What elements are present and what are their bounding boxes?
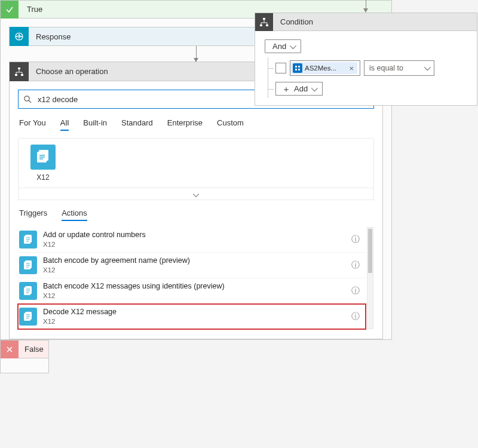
svg-rect-6	[298, 69, 300, 70]
svg-rect-3	[295, 66, 297, 67]
connectors-row: X12	[18, 138, 374, 188]
info-icon[interactable]: ⓘ	[349, 234, 362, 245]
info-icon[interactable]: ⓘ	[349, 311, 362, 322]
chevron-down-icon	[290, 42, 296, 48]
response-icon	[10, 27, 29, 46]
filter-tabs: For YouAllBuilt-inStandardEnterpriseCust…	[19, 118, 373, 131]
action-subtitle: X12	[43, 240, 343, 248]
token-remove[interactable]: ×	[348, 64, 355, 73]
filter-tab-enterprise[interactable]: Enterprise	[167, 118, 203, 131]
add-label: Add	[294, 84, 308, 93]
action-item[interactable]: Add or update control numbersX12ⓘ	[18, 227, 366, 253]
svg-rect-4	[298, 66, 300, 67]
flow-arrow-into-condition	[366, 0, 366, 12]
logic-selector[interactable]: And	[265, 39, 301, 53]
true-label: True	[19, 5, 42, 14]
chevron-down-icon	[311, 84, 318, 91]
false-branch-panel: False	[0, 340, 49, 373]
action-title: Batch encode X12 messages using identiti…	[43, 282, 343, 291]
choose-icon	[10, 62, 29, 81]
chevron-down-icon	[424, 64, 431, 70]
scrollbar-thumb[interactable]	[368, 229, 372, 273]
action-title: Batch encode by agreement name (preview)	[43, 256, 343, 266]
svg-line-13	[29, 100, 31, 103]
action-subtitle: X12	[43, 317, 343, 326]
expand-connectors[interactable]	[18, 188, 374, 200]
svg-rect-2	[266, 24, 268, 26]
tree-line	[268, 57, 268, 98]
action-title: Decode X12 message	[43, 308, 343, 317]
trigger-action-tabs: TriggersActions	[19, 208, 373, 221]
x12-action-icon	[19, 231, 37, 248]
add-condition-button[interactable]: ＋ Add	[275, 82, 323, 96]
action-title: Add or update control numbers	[43, 231, 343, 240]
false-label: False	[19, 345, 44, 354]
filter-tab-for-you[interactable]: For You	[19, 118, 46, 131]
plus-icon: ＋	[282, 85, 290, 93]
flow-arrow-into-choose	[196, 46, 197, 62]
svg-point-12	[24, 96, 29, 101]
x-icon	[1, 340, 19, 358]
action-text: Add or update control numbersX12	[43, 231, 343, 248]
action-text: Batch encode X12 messages using identiti…	[43, 282, 343, 300]
filter-tab-built-in[interactable]: Built-in	[83, 118, 107, 131]
filter-tab-all[interactable]: All	[60, 118, 69, 131]
condition-left-operand[interactable]: AS2Mes... ×	[290, 60, 360, 76]
condition-card: Condition And AS2Mes... × is equal to	[255, 13, 477, 106]
svg-rect-0	[263, 18, 265, 20]
as2-token-icon	[293, 63, 302, 73]
action-text: Batch encode by agreement name (preview)…	[43, 256, 343, 274]
operator-label: is equal to	[369, 64, 403, 72]
condition-header[interactable]: Condition	[255, 13, 477, 31]
condition-title: Condition	[273, 17, 313, 26]
actions-list: Add or update control numbersX12ⓘBatch e…	[18, 227, 374, 329]
filter-tab-custom[interactable]: Custom	[217, 118, 244, 131]
info-icon[interactable]: ⓘ	[349, 286, 362, 296]
search-icon	[23, 95, 32, 103]
action-subtitle: X12	[43, 291, 343, 300]
svg-rect-5	[295, 69, 297, 70]
action-item[interactable]: Batch encode by agreement name (preview)…	[18, 253, 366, 278]
connector-x12[interactable]: X12	[24, 145, 62, 182]
action-item[interactable]: Batch encode X12 messages using identiti…	[18, 278, 366, 304]
action-text: Decode X12 messageX12	[43, 308, 343, 326]
x12-action-icon	[19, 308, 37, 326]
condition-icon	[255, 13, 273, 31]
checkmark-icon	[1, 1, 19, 19]
x12-connector-icon	[30, 145, 56, 170]
false-header: False	[1, 340, 48, 358]
x12-action-icon	[19, 282, 37, 300]
tab-triggers[interactable]: Triggers	[19, 208, 47, 221]
action-subtitle: X12	[43, 266, 343, 274]
filter-tab-standard[interactable]: Standard	[121, 118, 153, 131]
action-item[interactable]: Decode X12 messageX12ⓘ	[18, 304, 366, 329]
scrollbar[interactable]	[367, 227, 373, 329]
x12-action-icon	[19, 256, 37, 274]
condition-operator[interactable]: is equal to	[364, 60, 434, 76]
connector-name: X12	[36, 173, 49, 182]
svg-rect-9	[18, 67, 20, 69]
logic-label: And	[272, 42, 286, 51]
info-icon[interactable]: ⓘ	[349, 260, 362, 271]
svg-rect-1	[260, 24, 262, 26]
svg-rect-10	[15, 74, 17, 76]
token-label: AS2Mes...	[305, 65, 345, 72]
condition-row: AS2Mes... × is equal to	[275, 60, 467, 76]
row-checkbox[interactable]	[275, 63, 286, 73]
tab-actions[interactable]: Actions	[62, 208, 87, 221]
chevron-down-icon	[193, 191, 199, 197]
svg-rect-11	[21, 74, 23, 76]
